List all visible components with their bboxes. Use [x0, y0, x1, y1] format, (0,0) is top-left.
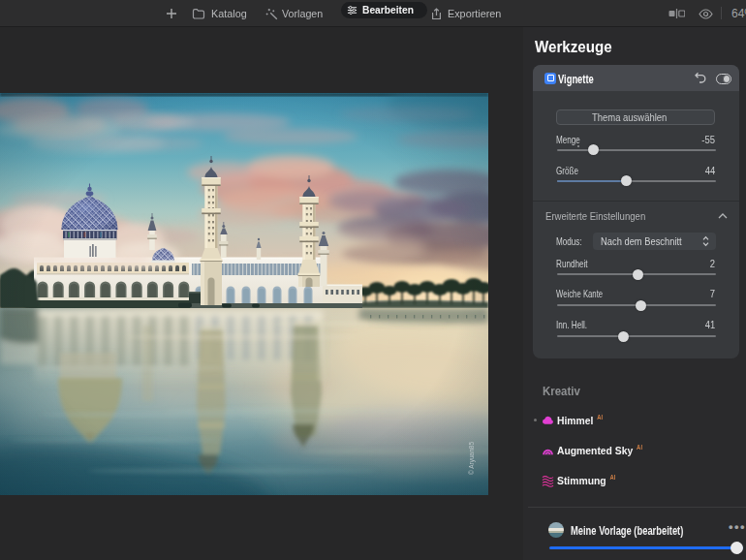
svg-text:© Aryuan85: © Aryuan85	[468, 442, 476, 475]
